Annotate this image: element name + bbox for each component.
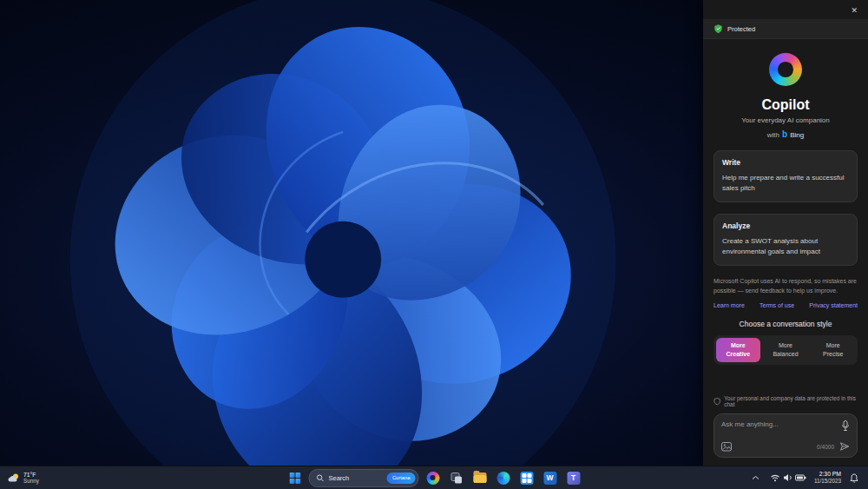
teams-button[interactable]: T — [564, 468, 583, 487]
word-button[interactable]: W — [541, 468, 560, 487]
teams-icon: T — [567, 472, 580, 485]
bing-icon: b — [782, 130, 787, 139]
microphone-icon — [841, 420, 850, 432]
chat-input-box[interactable]: 0/4000 — [713, 413, 858, 458]
protected-label: Protected — [727, 25, 755, 33]
microsoft-store-button[interactable] — [517, 468, 536, 487]
wifi-icon — [770, 473, 780, 482]
search-highlight-badge[interactable]: Cortana — [387, 472, 416, 484]
tray-overflow-button[interactable] — [750, 468, 762, 487]
screen: { "colors": { "accent_blue": "#2e7bff", … — [0, 0, 868, 489]
taskbar: 71°F Sunny Search Cortana — [0, 466, 868, 489]
volume-icon — [783, 473, 792, 482]
card-title: Analyze — [722, 221, 849, 230]
bing-label: Bing — [790, 131, 804, 139]
copilot-panel: ✕ Protected Copilot Your everyday AI com… — [703, 0, 868, 466]
data-privacy-text: Your personal and company data are prote… — [724, 395, 858, 407]
shield-icon — [713, 23, 723, 34]
windows-logo-icon — [289, 472, 300, 484]
task-view-icon — [450, 472, 463, 485]
weather-widget[interactable]: 71°F Sunny — [2, 466, 45, 489]
style-more-creative[interactable]: More Creative — [716, 338, 760, 362]
copilot-panel-header: ✕ — [703, 0, 868, 19]
card-body: Help me prepare and write a successful s… — [722, 173, 849, 195]
edge-icon — [496, 472, 510, 485]
taskbar-copilot-icon[interactable] — [424, 468, 443, 487]
privacy-statement-link[interactable]: Privacy statement — [809, 302, 858, 308]
with-bing-row: with b Bing — [703, 130, 868, 139]
close-icon[interactable]: ✕ — [847, 5, 861, 17]
char-counter: 0/4000 — [817, 444, 834, 450]
style-more-balanced[interactable]: More Balanced — [764, 338, 808, 362]
protected-badge: Protected — [703, 19, 868, 39]
mic-button[interactable] — [841, 420, 850, 432]
conversation-style-heading: Choose a conversation style — [703, 320, 868, 328]
edge-button[interactable] — [494, 468, 513, 487]
suggestion-card-analyze[interactable]: Analyze Create a SWOT analysis about env… — [713, 214, 858, 266]
copilot-hero: Copilot Your everyday AI companion with … — [703, 53, 868, 139]
notification-bell-icon — [850, 473, 858, 483]
notification-center-button[interactable] — [847, 468, 861, 487]
shield-outline-icon — [713, 397, 720, 406]
network-volume-battery-group[interactable] — [768, 472, 808, 484]
task-view-button[interactable] — [447, 468, 466, 487]
word-icon: W — [543, 472, 556, 485]
image-upload-icon — [721, 442, 732, 452]
start-button[interactable] — [286, 468, 305, 487]
data-privacy-note: Your personal and company data are prote… — [713, 387, 858, 407]
taskbar-search[interactable]: Search Cortana — [309, 469, 419, 487]
microsoft-store-icon — [520, 472, 533, 485]
send-icon — [839, 441, 850, 452]
weather-sun-icon — [8, 472, 20, 483]
weather-temp: 71°F — [23, 472, 39, 478]
clock-date: 11/15/2023 — [814, 478, 841, 486]
battery-icon — [795, 473, 806, 482]
card-body: Create a SWOT analysis about environment… — [722, 236, 849, 258]
ai-disclaimer-text: Microsoft Copilot uses AI to respond, so… — [713, 276, 858, 295]
file-explorer-icon — [473, 472, 486, 483]
suggestion-card-write[interactable]: Write Help me prepare and write a succes… — [713, 150, 858, 202]
legal-links: Learn more Terms of use Privacy statemen… — [713, 302, 858, 308]
terms-of-use-link[interactable]: Terms of use — [760, 302, 794, 308]
with-label: with — [767, 131, 779, 139]
file-explorer-button[interactable] — [470, 468, 490, 487]
search-label: Search — [329, 474, 350, 482]
chevron-up-icon — [752, 475, 760, 480]
system-tray: 2:30 PM 11/15/2023 — [750, 466, 865, 489]
add-image-button[interactable] — [721, 442, 732, 452]
copilot-title: Copilot — [703, 97, 868, 113]
weather-condition: Sunny — [23, 478, 39, 484]
taskbar-center: Search Cortana W — [286, 466, 583, 489]
learn-more-link[interactable]: Learn more — [713, 302, 745, 308]
copilot-logo-icon — [769, 53, 802, 86]
search-icon — [317, 474, 325, 482]
style-more-precise[interactable]: More Precise — [811, 338, 855, 362]
card-title: Write — [722, 158, 849, 167]
copilot-icon — [426, 472, 439, 485]
copilot-subtitle: Your everyday AI companion — [703, 116, 868, 124]
conversation-style-selector: More Creative More Balanced More Precise — [713, 335, 858, 365]
clock-time: 2:30 PM — [814, 470, 841, 478]
clock-widget[interactable]: 2:30 PM 11/15/2023 — [814, 470, 841, 486]
send-button[interactable] — [839, 441, 850, 452]
chat-input[interactable] — [721, 420, 836, 428]
